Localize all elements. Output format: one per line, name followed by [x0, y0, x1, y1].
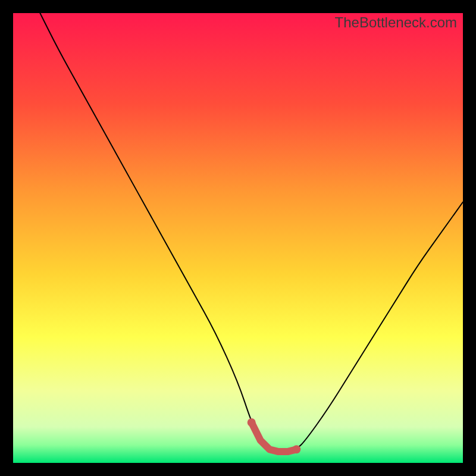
- watermark-text: TheBottleneck.com: [335, 14, 457, 31]
- svg-point-1: [248, 418, 256, 427]
- bottleneck-curve: [13, 13, 463, 463]
- svg-point-2: [292, 445, 300, 453]
- plot-area: TheBottleneck.com: [13, 13, 463, 463]
- chart-container: TheBottleneck.com: [0, 0, 476, 476]
